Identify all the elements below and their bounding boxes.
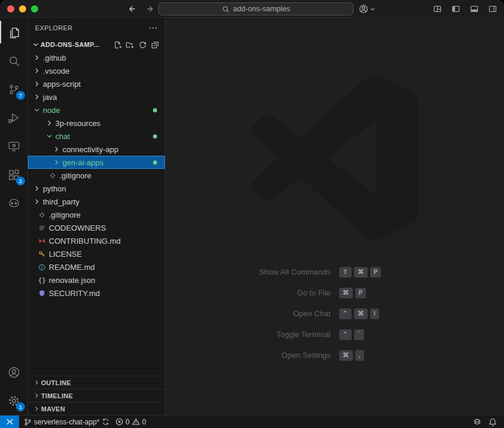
refresh-explorer-icon[interactable]	[137, 40, 148, 50]
tree-item-label: third_party	[43, 197, 79, 206]
shortcut-row: Go to File⌘P	[197, 287, 473, 299]
workspace-root-row[interactable]: ADD-ONS-SAMP...	[28, 38, 165, 51]
sidebar-section-maven[interactable]: MAVEN	[28, 402, 165, 415]
sidebar-section-timeline[interactable]: TIMELINE	[28, 389, 165, 402]
tree-item-java[interactable]: java	[28, 90, 165, 103]
tree-item-node[interactable]: node	[28, 103, 165, 117]
minimize-window-button[interactable]	[19, 5, 26, 12]
tree-item-chat[interactable]: chat	[28, 130, 165, 143]
toggle-panel-icon[interactable]	[468, 2, 481, 15]
more-actions-icon[interactable]: ⋯	[149, 23, 158, 33]
problems-status[interactable]: 0 0	[115, 418, 146, 426]
shortcut-row: Open Chat⌃⌘I	[197, 307, 473, 320]
vscode-logo-watermark	[252, 74, 418, 241]
tree-item-connectivity-app[interactable]: connectivity-app	[28, 143, 165, 156]
explorer-title: EXPLORER	[35, 24, 73, 32]
workspace-root-label: ADD-ONS-SAMP...	[40, 41, 99, 48]
branch-name: serverless-chat-app*	[34, 418, 99, 426]
extensions-icon[interactable]: 2	[0, 160, 27, 189]
shortcut-label: Open Settings	[197, 351, 331, 360]
tree-item-vscode[interactable]: .vscode	[28, 64, 165, 77]
tree-item-python[interactable]: python	[28, 182, 165, 195]
keycap: ⌘	[339, 350, 353, 361]
search-icon	[222, 5, 230, 13]
shortcut-label: Open Chat	[197, 309, 331, 318]
tree-item-renovate-json[interactable]: {}renovate.json	[28, 273, 165, 287]
tree-item-label: chat	[55, 132, 70, 141]
new-file-icon[interactable]	[112, 40, 123, 50]
collapse-folders-icon[interactable]	[150, 40, 160, 50]
tree-item-label: connectivity-app	[62, 145, 118, 154]
new-folder-icon[interactable]	[125, 40, 135, 50]
window-controls	[7, 5, 38, 12]
shortcut-label: Go to File	[197, 288, 331, 297]
section-label: TIMELINE	[41, 392, 73, 399]
tree-item-codeowners[interactable]: CODEOWNERS	[28, 221, 165, 234]
customize-layout-icon[interactable]	[431, 2, 444, 15]
remote-explorer-icon[interactable]	[0, 132, 27, 160]
chevron-right-icon	[32, 184, 42, 194]
keycap: ⌃	[339, 329, 352, 340]
chevron-right-icon	[32, 197, 42, 207]
tree-item-github[interactable]: .github	[28, 51, 165, 64]
sidebar-section-outline[interactable]: OUTLINE	[28, 376, 165, 389]
tree-item-gen-ai-apps[interactable]: gen-ai-apps	[28, 156, 165, 169]
keycap: ⌃	[339, 309, 352, 319]
tree-item-license[interactable]: LICENSE	[28, 247, 165, 260]
settings-gear-icon[interactable]: 1	[0, 386, 27, 415]
shortcut-label: Show All Commands	[197, 268, 331, 276]
tree-item-apps-script[interactable]: apps-script	[28, 77, 165, 90]
source-control-icon[interactable]: 7	[0, 75, 27, 103]
tree-item-gitignore[interactable]: .gitignore	[28, 208, 165, 221]
chevron-right-icon	[32, 379, 41, 386]
tree-item-label: .vscode	[43, 67, 70, 75]
copilot-status-icon[interactable]	[473, 418, 481, 426]
toggle-secondary-sidebar-icon[interactable]	[486, 2, 499, 15]
copilot-icon[interactable]	[0, 189, 27, 218]
notifications-bell-icon[interactable]	[489, 418, 497, 426]
chevron-down-icon	[32, 105, 42, 115]
git-file-icon	[36, 209, 48, 220]
toggle-primary-sidebar-icon[interactable]	[449, 2, 462, 15]
command-center-search[interactable]: add-ons-samples	[158, 2, 353, 15]
remote-indicator[interactable]	[0, 416, 19, 428]
accounts-icon[interactable]	[0, 358, 27, 386]
vscode-window: add-ons-samples	[0, 0, 504, 428]
go-back-icon[interactable]	[125, 2, 138, 15]
zoom-window-button[interactable]	[31, 5, 38, 12]
section-label: MAVEN	[41, 405, 65, 413]
chevron-right-icon	[32, 405, 41, 413]
go-forward-icon[interactable]	[144, 2, 157, 15]
ribbon-file-icon	[36, 235, 48, 246]
tree-item-label: LICENSE	[49, 250, 82, 259]
tree-item-contributing-md[interactable]: CONTRIBUTING.md	[28, 234, 165, 247]
shortcut-keys: ⌘P	[339, 288, 473, 298]
tree-item-3p-resources[interactable]: 3p-resources	[28, 117, 165, 130]
list-file-icon	[36, 222, 48, 233]
explorer-actions	[112, 40, 165, 50]
search-icon[interactable]	[0, 46, 27, 75]
settings-badge: 1	[16, 402, 25, 411]
tree-item-security-md[interactable]: SECURITY.md	[28, 287, 165, 300]
info-file-icon	[36, 262, 48, 272]
chevron-right-icon	[51, 158, 61, 168]
chevron-right-icon	[32, 92, 42, 102]
git-file-icon	[47, 170, 58, 181]
close-window-button[interactable]	[7, 5, 14, 12]
warnings-count: 0	[142, 418, 146, 426]
profile-menu[interactable]	[358, 2, 375, 15]
tree-item-label: apps-script	[43, 80, 81, 89]
tree-item-gitignore[interactable]: .gitignore	[28, 169, 165, 182]
tree-item-label: python	[43, 184, 66, 193]
tree-item-label: java	[43, 93, 57, 102]
git-branch-status[interactable]: serverless-chat-app*	[24, 418, 109, 426]
run-and-debug-icon[interactable]	[0, 103, 27, 132]
tree-item-readme-md[interactable]: README.md	[28, 260, 165, 273]
chevron-right-icon	[44, 118, 54, 128]
shortcut-label: Toggle Terminal	[197, 330, 331, 339]
tree-item-third-party[interactable]: third_party	[28, 195, 165, 208]
keycap: P	[355, 288, 367, 298]
keycap: ⇧	[339, 267, 352, 278]
explorer-icon[interactable]	[0, 18, 27, 46]
source-control-badge: 7	[16, 91, 25, 100]
